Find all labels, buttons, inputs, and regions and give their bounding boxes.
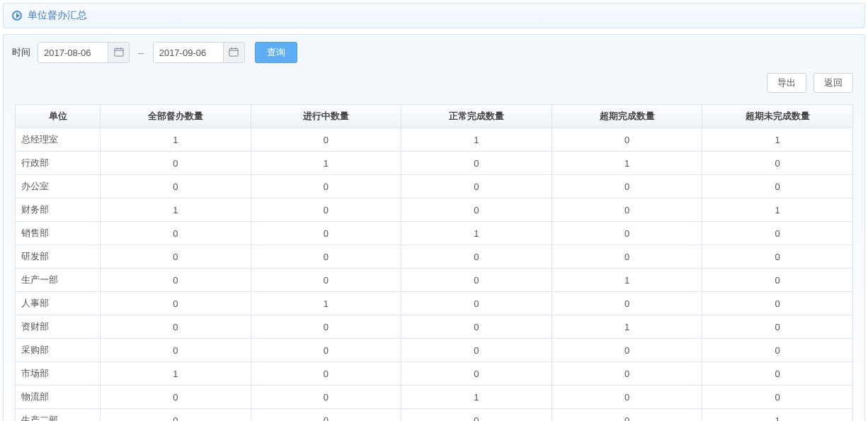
cell-unit: 市场部	[16, 362, 101, 386]
cell-normal: 1	[401, 128, 552, 152]
cell-overdue-undone: 1	[702, 128, 853, 152]
cell-inprogress: 1	[251, 292, 401, 315]
cell-all: 0	[101, 152, 251, 175]
cell-overdue-undone: 0	[702, 292, 853, 315]
cell-unit: 行政部	[16, 152, 101, 175]
cell-overdue-undone: 0	[702, 269, 853, 292]
start-date-input[interactable]	[38, 43, 108, 62]
cell-all: 1	[101, 362, 251, 386]
table-row: 销售部00100	[16, 222, 853, 245]
cell-overdue-undone: 0	[702, 362, 853, 386]
cell-overdue-done: 1	[552, 315, 702, 339]
cell-overdue-undone: 0	[702, 152, 853, 175]
summary-table: 单位 全部督办数量 进行中数量 正常完成数量 超期完成数量 超期未完成数量 总经…	[15, 104, 853, 421]
cell-overdue-undone: 1	[702, 198, 853, 222]
cell-inprogress: 0	[251, 128, 401, 152]
end-date-group	[153, 42, 245, 63]
start-date-group	[38, 42, 130, 63]
cell-inprogress: 0	[251, 245, 401, 269]
cell-normal: 0	[401, 175, 552, 198]
cell-inprogress: 0	[251, 409, 401, 422]
table-row: 财务部10001	[16, 198, 853, 222]
cell-overdue-done: 0	[552, 198, 702, 222]
cell-unit: 办公室	[16, 175, 101, 198]
cell-overdue-undone: 0	[702, 175, 853, 198]
cell-inprogress: 0	[251, 269, 401, 292]
table-row: 人事部01000	[16, 292, 853, 315]
table-row: 生产二部00001	[16, 409, 853, 422]
cell-unit: 财务部	[16, 198, 101, 222]
cell-overdue-done: 0	[552, 245, 702, 269]
cell-all: 1	[101, 128, 251, 152]
table-header-row: 单位 全部督办数量 进行中数量 正常完成数量 超期完成数量 超期未完成数量	[16, 105, 853, 128]
cell-all: 0	[101, 339, 251, 362]
back-button[interactable]: 返回	[813, 73, 853, 93]
cell-unit: 资财部	[16, 315, 101, 339]
col-overdue-done: 超期完成数量	[552, 105, 702, 128]
table-row: 研发部00000	[16, 245, 853, 269]
cell-normal: 1	[401, 222, 552, 245]
table-row: 市场部10000	[16, 362, 853, 386]
date-separator: --	[134, 47, 149, 58]
export-button[interactable]: 导出	[767, 73, 806, 93]
col-normal: 正常完成数量	[401, 105, 552, 128]
cell-all: 1	[101, 198, 251, 222]
filter-row: 时间 -- 查询	[12, 42, 856, 63]
cell-inprogress: 0	[251, 175, 401, 198]
cell-inprogress: 0	[251, 386, 401, 409]
cell-normal: 0	[401, 245, 552, 269]
cell-normal: 0	[401, 292, 552, 315]
page-header-panel: 单位督办汇总	[3, 3, 865, 28]
cell-overdue-done: 0	[552, 222, 702, 245]
cell-overdue-undone: 0	[702, 315, 853, 339]
cell-normal: 0	[401, 362, 552, 386]
cell-normal: 0	[401, 269, 552, 292]
cell-inprogress: 0	[251, 222, 401, 245]
col-unit: 单位	[16, 105, 101, 128]
cell-unit: 总经理室	[16, 128, 101, 152]
table-row: 总经理室10101	[16, 128, 853, 152]
cell-normal: 0	[401, 339, 552, 362]
cell-normal: 0	[401, 198, 552, 222]
cell-overdue-done: 0	[552, 128, 702, 152]
cell-inprogress: 0	[251, 339, 401, 362]
end-date-picker-button[interactable]	[223, 43, 244, 62]
svg-rect-4	[229, 48, 238, 56]
page-title: 单位督办汇总	[28, 9, 87, 22]
summary-table-wrap: 单位 全部督办数量 进行中数量 正常完成数量 超期完成数量 超期未完成数量 总经…	[15, 104, 853, 421]
query-button[interactable]: 查询	[255, 42, 297, 63]
table-row: 行政部01010	[16, 152, 853, 175]
cell-overdue-done: 0	[552, 386, 702, 409]
cell-overdue-undone: 0	[702, 222, 853, 245]
arrow-right-circle-icon	[12, 11, 22, 21]
time-label: 时间	[12, 46, 30, 59]
cell-inprogress: 1	[251, 152, 401, 175]
cell-unit: 物流部	[16, 386, 101, 409]
cell-all: 0	[101, 222, 251, 245]
cell-normal: 0	[401, 315, 552, 339]
calendar-icon	[229, 47, 239, 59]
action-row: 导出 返回	[12, 73, 856, 93]
table-body: 总经理室10101行政部01010办公室00000财务部10001销售部0010…	[16, 128, 853, 422]
cell-overdue-done: 1	[552, 269, 702, 292]
cell-inprogress: 0	[251, 198, 401, 222]
start-date-picker-button[interactable]	[108, 43, 129, 62]
calendar-icon	[114, 47, 124, 59]
cell-all: 0	[101, 175, 251, 198]
cell-overdue-undone: 1	[702, 409, 853, 422]
end-date-input[interactable]	[154, 43, 223, 62]
cell-unit: 生产二部	[16, 409, 101, 422]
col-overdue-undone: 超期未完成数量	[702, 105, 853, 128]
cell-unit: 研发部	[16, 245, 101, 269]
page-header: 单位督办汇总	[4, 4, 864, 28]
cell-all: 0	[101, 409, 251, 422]
cell-inprogress: 0	[251, 315, 401, 339]
table-row: 物流部00100	[16, 386, 853, 409]
cell-overdue-done: 0	[552, 362, 702, 386]
cell-overdue-undone: 0	[702, 339, 853, 362]
cell-overdue-undone: 0	[702, 386, 853, 409]
cell-overdue-undone: 0	[702, 245, 853, 269]
cell-all: 0	[101, 292, 251, 315]
cell-overdue-done: 0	[552, 409, 702, 422]
cell-unit: 销售部	[16, 222, 101, 245]
